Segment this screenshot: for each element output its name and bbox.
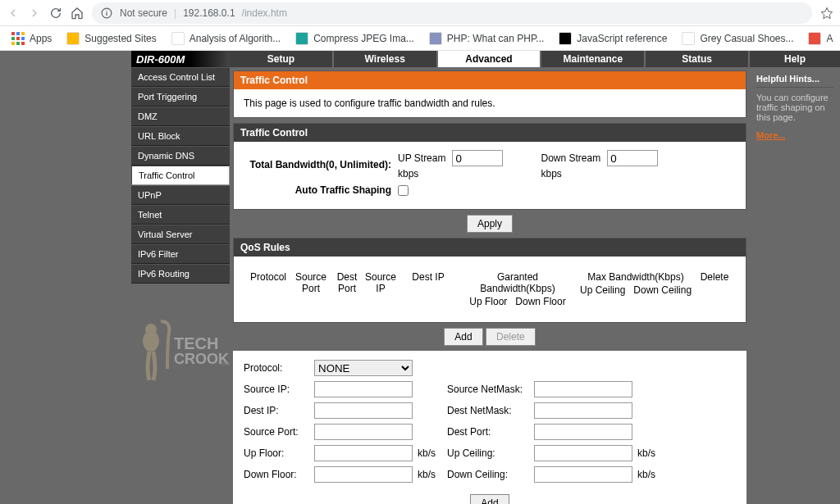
tab-maintenance[interactable]: Maintenance bbox=[541, 51, 646, 67]
form-source-netmask-label: Source NetMask: bbox=[447, 384, 529, 395]
reload-icon[interactable] bbox=[49, 7, 62, 20]
tab-advanced[interactable]: Advanced bbox=[438, 51, 542, 67]
col-delete: Delete bbox=[696, 271, 733, 283]
kbs-3: kb/s bbox=[418, 469, 442, 480]
down-stream-label: Down Stream bbox=[541, 152, 600, 164]
sidebar-item-upnp[interactable]: UPnP bbox=[131, 185, 230, 205]
bookmark-item[interactable]: Suggested Sites bbox=[62, 30, 161, 48]
qos-panel: QoS Rules Protocol Source Port Dest Port… bbox=[233, 238, 746, 323]
col-protocol: Protocol bbox=[247, 271, 290, 283]
dest-netmask-input[interactable] bbox=[534, 402, 632, 419]
apps-button[interactable]: Apps bbox=[7, 30, 57, 48]
form-down-ceiling-label: Down Ceiling: bbox=[447, 469, 529, 480]
help-title: Helpful Hints... bbox=[756, 74, 833, 88]
sidebar-item-ipv6-filter[interactable]: IPv6 Filter bbox=[131, 244, 230, 264]
source-port-input[interactable] bbox=[314, 424, 413, 440]
bookmark-label: PHP: What can PHP... bbox=[447, 33, 545, 44]
form-up-floor-label: Up Floor: bbox=[244, 447, 309, 459]
tab-setup[interactable]: Setup bbox=[230, 51, 334, 67]
dest-port-input[interactable] bbox=[534, 424, 632, 440]
col-up-ceiling: Up Ceiling bbox=[580, 284, 625, 296]
protocol-select[interactable]: NONE bbox=[314, 360, 413, 376]
back-icon[interactable] bbox=[7, 7, 20, 20]
col-down-floor: Down Floor bbox=[515, 296, 565, 307]
traffic-description: This page is used to configure traffic b… bbox=[244, 98, 495, 109]
up-ceiling-input[interactable] bbox=[534, 445, 632, 461]
source-netmask-input[interactable] bbox=[534, 381, 632, 397]
sidebar-item-url-block[interactable]: URL Block bbox=[131, 126, 230, 146]
sidebar-item-dmz[interactable]: DMZ bbox=[131, 107, 230, 126]
apply-button[interactable]: Apply bbox=[467, 215, 513, 233]
form-dest-ip-label: Dest IP: bbox=[244, 405, 309, 416]
col-source-port: Source Port bbox=[293, 271, 329, 294]
svg-point-4 bbox=[145, 324, 157, 335]
sidebar-item-traffic-control[interactable]: Traffic Control bbox=[131, 166, 230, 185]
bookmark-item[interactable]: Analysis of Algorith... bbox=[167, 30, 285, 48]
url-host: 192.168.0.1 bbox=[183, 7, 235, 19]
bookmark-label: Adam Hartwig bbox=[826, 33, 833, 44]
col-up-floor: Up Floor bbox=[469, 296, 507, 307]
auto-shaping-checkbox[interactable] bbox=[398, 185, 409, 196]
panel-title-traffic: Traffic Control bbox=[234, 71, 746, 89]
form-protocol-label: Protocol: bbox=[244, 362, 309, 374]
url-path: /index.htm bbox=[242, 7, 287, 19]
browser-toolbar: Not secure | 192.168.0.1/index.htm bbox=[0, 0, 840, 26]
sidebar-item-ipv6-routing[interactable]: IPv6 Routing bbox=[131, 264, 230, 284]
form-dest-port-label: Dest Port: bbox=[447, 426, 529, 438]
col-source-ip: Source IP bbox=[365, 271, 396, 294]
bookmark-label: Analysis of Algorith... bbox=[189, 33, 281, 44]
col-garanted: Garanted Bandwidth(Kbps) bbox=[460, 271, 575, 296]
svg-text:.com: .com bbox=[220, 360, 230, 367]
down-stream-input[interactable] bbox=[607, 150, 658, 166]
col-dest-port: Dest Port bbox=[332, 271, 362, 294]
svg-point-2 bbox=[106, 10, 107, 11]
tab-help[interactable]: Help bbox=[750, 51, 840, 67]
dest-ip-input[interactable] bbox=[314, 402, 413, 419]
brand-label: DIR-600M bbox=[131, 51, 230, 67]
form-dest-netmask-label: Dest NetMask: bbox=[447, 405, 529, 416]
star-icon[interactable] bbox=[820, 7, 833, 20]
traffic-header-panel: Traffic Control This page is used to con… bbox=[233, 70, 746, 118]
qos-title: QoS Rules bbox=[234, 238, 746, 257]
watermark: TECH CROOK .com bbox=[131, 284, 230, 390]
col-max: Max Bandwidth(Kbps) bbox=[578, 271, 693, 284]
url-bar[interactable]: Not secure | 192.168.0.1/index.htm bbox=[92, 2, 812, 24]
bookmark-label: Suggested Sites bbox=[84, 33, 156, 44]
tab-status[interactable]: Status bbox=[646, 51, 750, 67]
kbps-label-1: kbps bbox=[398, 168, 503, 179]
up-stream-label: UP Stream bbox=[398, 152, 445, 164]
bookmark-label: Grey Casual Shoes... bbox=[700, 33, 793, 44]
down-ceiling-input[interactable] bbox=[534, 466, 632, 483]
form-source-ip-label: Source IP: bbox=[244, 384, 309, 395]
bookmark-item[interactable]: PHP: What can PHP... bbox=[424, 30, 550, 48]
up-stream-input[interactable] bbox=[452, 150, 503, 166]
panel-title-section: Traffic Control bbox=[234, 124, 746, 142]
apps-label: Apps bbox=[30, 33, 52, 44]
form-down-floor-label: Down Floor: bbox=[244, 469, 309, 480]
home-icon[interactable] bbox=[71, 7, 84, 20]
info-icon[interactable] bbox=[100, 7, 113, 20]
forward-icon[interactable] bbox=[28, 7, 41, 20]
form-up-ceiling-label: Up Ceiling: bbox=[447, 447, 529, 459]
bookmark-item[interactable]: JavaScript reference bbox=[554, 30, 672, 48]
help-more-link[interactable]: More... bbox=[756, 130, 833, 140]
tab-wireless[interactable]: Wireless bbox=[334, 51, 438, 67]
bookmark-item[interactable]: Grey Casual Shoes... bbox=[677, 30, 798, 48]
bookmark-item[interactable]: Adam Hartwig bbox=[803, 30, 833, 48]
up-floor-input[interactable] bbox=[314, 445, 413, 461]
form-add-button[interactable]: Add bbox=[470, 494, 509, 504]
help-body-text: You can configure traffic shaping on thi… bbox=[756, 93, 833, 122]
sidebar-item-dynamic-dns[interactable]: Dynamic DNS bbox=[131, 146, 230, 166]
sidebar-item-virtual-server[interactable]: Virtual Server bbox=[131, 225, 230, 244]
sidebar-item-port-triggering[interactable]: Port Triggering bbox=[131, 87, 230, 107]
bookmark-item[interactable]: Compress JPEG Ima... bbox=[290, 30, 419, 48]
source-ip-input[interactable] bbox=[314, 381, 413, 397]
bookmark-label: Compress JPEG Ima... bbox=[313, 33, 414, 44]
down-floor-input[interactable] bbox=[314, 466, 413, 483]
col-down-ceiling: Down Ceiling bbox=[633, 284, 692, 296]
sidebar-item-telnet[interactable]: Telnet bbox=[131, 205, 230, 225]
qos-delete-button[interactable]: Delete bbox=[486, 328, 536, 346]
sidebar-item-access-control-list[interactable]: Access Control List bbox=[131, 67, 230, 87]
qos-add-button[interactable]: Add bbox=[444, 328, 482, 346]
total-bandwidth-label: Total Bandwidth(0, Unlimited): bbox=[244, 159, 391, 170]
